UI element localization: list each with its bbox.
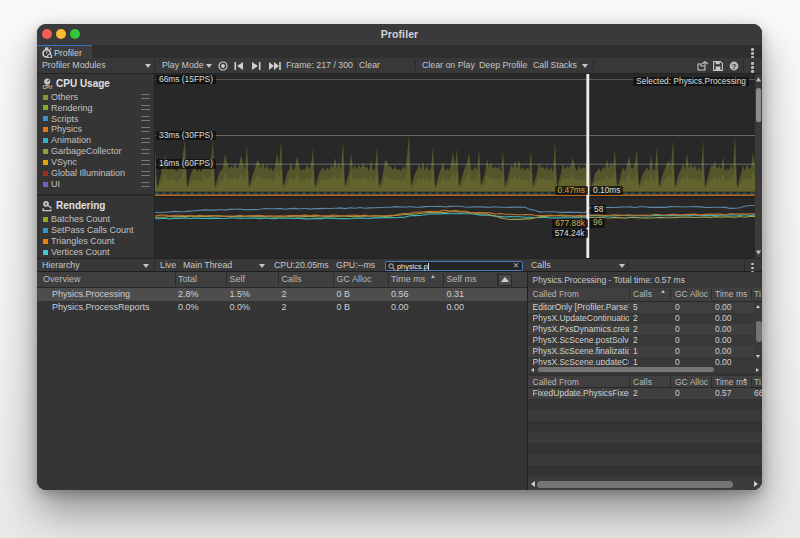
svg-text:CPU: CPU bbox=[43, 85, 53, 90]
svg-text:?: ? bbox=[732, 62, 737, 71]
